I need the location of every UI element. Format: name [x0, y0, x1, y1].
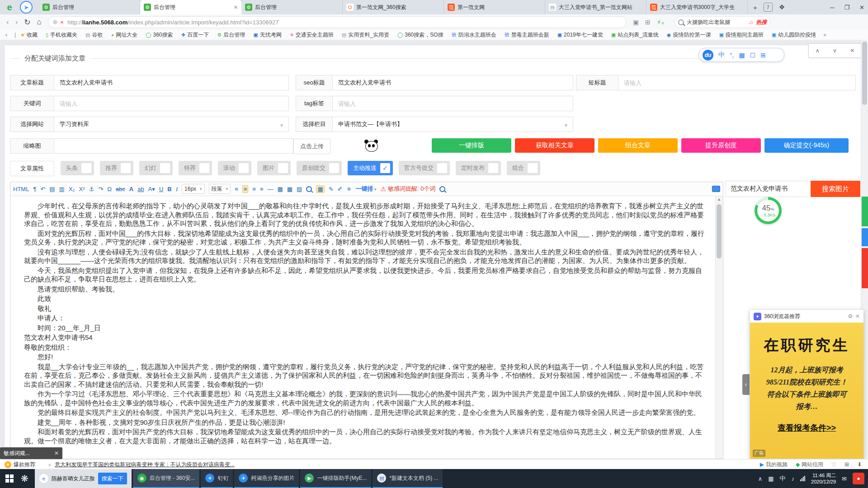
bookmark-item[interactable]: ▯ 手机收藏夹 — [46, 31, 77, 39]
underline-icon[interactable]: U — [159, 186, 163, 192]
thumbnail-field[interactable] — [54, 138, 293, 154]
checkbox[interactable] — [437, 163, 447, 173]
sensitive-words-alert[interactable]: ⚠敏感词提醒: 0个词 — [380, 185, 435, 193]
volume-icon[interactable]: ♪ — [792, 475, 795, 482]
task-search-button[interactable]: 搜索一下 — [98, 473, 127, 484]
tray-expand-icon[interactable]: ∧ — [758, 475, 763, 482]
special-char-icon[interactable]: Ω — [107, 186, 112, 192]
tag-input[interactable] — [333, 96, 573, 111]
editor-content[interactable]: 少年时代，在父母亲的言传和老师的指导下，幼小的心灵萌发了对中国___的敬慕和向往… — [10, 196, 716, 459]
attribute-checkbox[interactable]: 特荐 — [179, 161, 212, 175]
bookmark-item[interactable]: ▣ 2019年七一建党 — [557, 31, 603, 39]
tooltip-close-icon[interactable]: ✕ — [54, 450, 59, 456]
speed-mode-icon[interactable]: ⚡∨ — [657, 19, 664, 26]
format-painter-icon[interactable]: ✎ — [329, 186, 334, 192]
network-icon[interactable] — [800, 476, 805, 481]
checkbox[interactable] — [81, 163, 91, 173]
align-justify-icon[interactable]: ≡ — [260, 186, 264, 192]
upload-button[interactable]: 点击上传 — [293, 139, 330, 154]
find-next-icon[interactable]: ∨ — [833, 47, 837, 54]
ime-lang-toggle[interactable]: 中 — [718, 51, 725, 59]
window-minimize-button[interactable]: ─ — [830, 4, 834, 11]
attribute-checkbox[interactable]: 主动推送 ✓ — [348, 161, 393, 175]
tab-count-box[interactable]: 7 — [764, 3, 773, 12]
checkbox[interactable] — [528, 163, 538, 173]
taskbar-task[interactable]: ✈ 钉钉 — [201, 469, 233, 488]
checkbox[interactable] — [121, 163, 131, 173]
subscript-icon[interactable]: X₂ — [69, 186, 75, 192]
align-center-icon[interactable]: ≡ — [242, 185, 249, 193]
column-select-value[interactable] — [333, 117, 573, 131]
bookmark-item[interactable]: ▤ 实用资料_实用资 — [342, 31, 389, 39]
window-maximize-button[interactable]: ❐ — [844, 4, 849, 11]
site-select-value[interactable] — [54, 117, 288, 131]
checkbox[interactable] — [160, 163, 170, 173]
align-right-icon[interactable]: ≡ — [252, 186, 256, 192]
browser-tab[interactable]: ⚙ 后台管理 — [39, 0, 140, 14]
clock[interactable]: 11:46 周二 2020/12/29 — [811, 472, 836, 485]
checkbox[interactable] — [239, 163, 249, 173]
baidu-ime-logo[interactable]: du — [703, 50, 713, 61]
attachment-icon[interactable]: ▦ — [316, 185, 324, 193]
qr-scan-icon[interactable]: ▣ — [633, 19, 639, 26]
refresh-icon[interactable]: ↻ — [24, 18, 30, 27]
grid-icon[interactable]: ⊞ — [844, 461, 849, 468]
quick-strip-green[interactable] — [862, 197, 868, 226]
hot-search-box[interactable]: 火腿肠吃出老鼠腿 ♨ 热搜 — [674, 16, 771, 28]
short-title-input[interactable] — [618, 75, 855, 90]
bookmark-item[interactable]: ▣ 疫情期间主题班 — [719, 31, 763, 39]
bookmark-item[interactable]: ◉ 疫情防控第一课 — [667, 31, 711, 39]
bookmark-item[interactable]: ★ 收藏 — [20, 31, 38, 39]
quick-strip-red[interactable] — [862, 248, 868, 288]
find-prev-icon[interactable]: ∧ — [816, 47, 820, 54]
checkbox[interactable] — [278, 163, 288, 173]
heart-icon[interactable]: ♡ — [831, 461, 836, 468]
ime-menu-icon[interactable]: ⊞ — [760, 52, 766, 59]
attribute-checkbox[interactable]: 组合 — [507, 161, 540, 175]
new-tab-button[interactable]: + — [753, 4, 757, 11]
strikethrough-icon[interactable]: abc — [116, 186, 125, 192]
preview-icon[interactable]: ¶ — [33, 186, 36, 192]
taskbar-task[interactable]: ◉ 后台管理 - 360安... — [133, 469, 200, 488]
find-close-icon[interactable]: ✕ — [850, 47, 854, 54]
nav-home-icon[interactable]: ➤ — [20, 1, 33, 14]
start-menu-icon[interactable] — [5, 474, 14, 483]
message-icon[interactable]: ✉ — [842, 475, 847, 482]
notification-badge[interactable]: ● — [853, 473, 864, 484]
short-title-field[interactable] — [618, 75, 856, 90]
site-select[interactable]: ▼ — [54, 117, 289, 132]
ad-body[interactable]: 在职研究生 12月起，上班族可报考 985/211院校在职研究生！ 符合以下条件… — [750, 323, 863, 459]
ad-cta-link[interactable]: 查看报考条件>> — [750, 422, 863, 433]
action-button[interactable]: 获取相关文章 — [515, 138, 594, 153]
checkbox[interactable] — [199, 163, 209, 173]
bookmark-item[interactable]: ▣ 幼儿园防控疫情 — [772, 31, 816, 39]
ad-settings-gear-icon[interactable]: ⚙ — [848, 313, 853, 319]
attribute-checkbox[interactable]: 头条 — [61, 161, 94, 175]
checkbox[interactable]: ✓ — [380, 163, 390, 173]
column-select[interactable]: ▼ — [333, 117, 573, 132]
ad-close-icon[interactable]: ✕ — [855, 313, 860, 319]
bookmark-item[interactable]: 班 防溺水主题班会 — [452, 31, 496, 39]
anchor-icon[interactable]: ⚓ — [89, 186, 94, 192]
superscript-icon[interactable]: X² — [79, 186, 85, 192]
attribute-checkbox[interactable]: 官方号提交 — [399, 161, 450, 175]
browser-tab[interactable]: 范 第一范文网 — [444, 0, 545, 14]
image-icon[interactable]: ▦ — [278, 186, 283, 192]
paste-text-icon[interactable]: ▥ — [59, 186, 65, 192]
taskbar-task[interactable]: ▶ 一键排版助手(MyE... — [300, 469, 371, 488]
search-replace-icon[interactable] — [306, 186, 312, 192]
browser-tab[interactable]: ⚙ 后台管理 ✕ — [140, 0, 241, 14]
scrollbar-thumb[interactable] — [717, 204, 722, 258]
browser-tab[interactable]: 范 大三入党申请书3000字_大学生 — [646, 0, 748, 14]
taskbar-task[interactable]: ▤ *新建文本文档 (5) ... — [373, 469, 443, 488]
hot-search-button[interactable]: 热搜 — [756, 19, 767, 26]
attribute-checkbox[interactable]: 定时发布 — [456, 161, 501, 175]
news-headline-link[interactable]: 意大利发现早于英国的类似新冠病毒变种 专家：不认为疫苗会对该病毒变... — [55, 461, 234, 469]
ime-punct-toggle[interactable]: °, — [730, 52, 734, 59]
font-color-icon[interactable]: ab — [137, 186, 144, 192]
one-key-format-button[interactable]: 一键排 ▾ — [355, 185, 376, 193]
browser-tab[interactable]: ⚙ 后台管理 — [241, 0, 343, 14]
paste-icon[interactable]: ▤ — [49, 186, 55, 192]
search-image-button[interactable]: 搜索图片 — [811, 181, 860, 197]
bookmark-item[interactable]: ▣ 无忧考网 — [253, 31, 281, 39]
